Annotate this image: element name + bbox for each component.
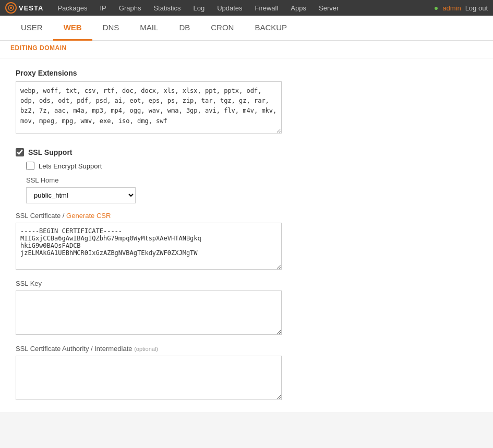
nav-server[interactable]: Server [312, 0, 345, 16]
tab-dns[interactable]: DNS [92, 16, 130, 41]
lets-encrypt-row: Lets Encrypt Support [26, 162, 477, 170]
ssl-support-label[interactable]: SSL Support [28, 148, 73, 156]
ssl-key-input[interactable] [16, 290, 282, 335]
nav-ip[interactable]: IP [93, 0, 112, 16]
ssl-ca-input[interactable] [16, 356, 282, 400]
main-content: Proxy Extensions SSL Support Lets Encryp… [0, 58, 493, 412]
nav-firewall[interactable]: Firewall [249, 0, 285, 16]
ssl-support-section: SSL Support Lets Encrypt Support SSL Hom… [16, 148, 477, 402]
tab-backup[interactable]: BACKUP [244, 16, 297, 41]
ssl-support-checkbox[interactable] [16, 148, 24, 156]
svg-point-1 [10, 7, 12, 9]
ssl-ca-optional: (optional) [134, 346, 158, 352]
generate-csr-button[interactable]: Generate CSR [66, 212, 111, 220]
logout-button[interactable]: Log out [465, 4, 488, 12]
lets-encrypt-label[interactable]: Lets Encrypt Support [39, 162, 102, 170]
admin-link[interactable]: admin [442, 4, 461, 12]
nav-log[interactable]: Log [187, 0, 211, 16]
ssl-key-label: SSL Key [16, 280, 477, 287]
editing-domain-label: EDITING DOMAIN [10, 44, 67, 52]
ssl-ca-label: SSL Certificate Authority / Intermediate… [16, 345, 477, 353]
top-navigation: VESTA Packages IP Graphs Statistics Log … [0, 0, 493, 16]
editing-domain-bar: EDITING DOMAIN [0, 41, 493, 58]
nav-apps[interactable]: Apps [284, 0, 312, 16]
ssl-certificate-label: SSL Certificate / Generate CSR [16, 212, 477, 220]
sub-navigation: USER WEB DNS MAIL DB CRON BACKUP [0, 16, 493, 41]
tab-user[interactable]: USER [10, 16, 53, 41]
ssl-home-select[interactable]: public_html public_shtml [26, 187, 136, 203]
lets-encrypt-checkbox[interactable] [26, 162, 34, 170]
nav-packages[interactable]: Packages [51, 0, 93, 16]
nav-statistics[interactable]: Statistics [147, 0, 187, 16]
nav-updates[interactable]: Updates [211, 0, 248, 16]
tab-mail[interactable]: MAIL [129, 16, 169, 41]
proxy-extensions-section: Proxy Extensions [16, 69, 477, 135]
ssl-certificate-input[interactable] [16, 223, 282, 270]
logo[interactable]: VESTA [5, 2, 43, 14]
nav-graphs[interactable]: Graphs [113, 0, 148, 16]
tab-db[interactable]: DB [169, 16, 200, 41]
ssl-support-row: SSL Support [16, 148, 477, 156]
proxy-extensions-input[interactable] [16, 81, 282, 134]
nav-items: Packages IP Graphs Statistics Log Update… [51, 0, 434, 16]
tab-cron[interactable]: CRON [200, 16, 244, 41]
logo-icon [5, 2, 17, 14]
right-nav: ● admin Log out [434, 4, 488, 12]
proxy-extensions-title: Proxy Extensions [16, 69, 477, 77]
notification-icon[interactable]: ● [434, 4, 438, 12]
ssl-home-label: SSL Home [26, 176, 477, 184]
logo-text: VESTA [19, 4, 43, 12]
tab-web[interactable]: WEB [53, 16, 92, 41]
